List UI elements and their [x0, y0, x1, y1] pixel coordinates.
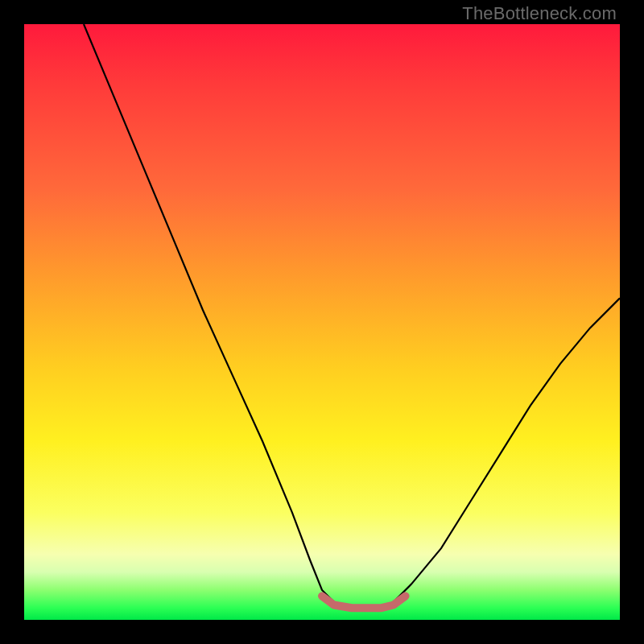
plot-area [24, 24, 620, 620]
chart-frame: TheBottleneck.com [0, 0, 644, 644]
optimal-segment [322, 596, 406, 608]
bottleneck-curve [84, 24, 620, 608]
chart-svg [24, 24, 620, 620]
watermark-text: TheBottleneck.com [462, 3, 617, 24]
